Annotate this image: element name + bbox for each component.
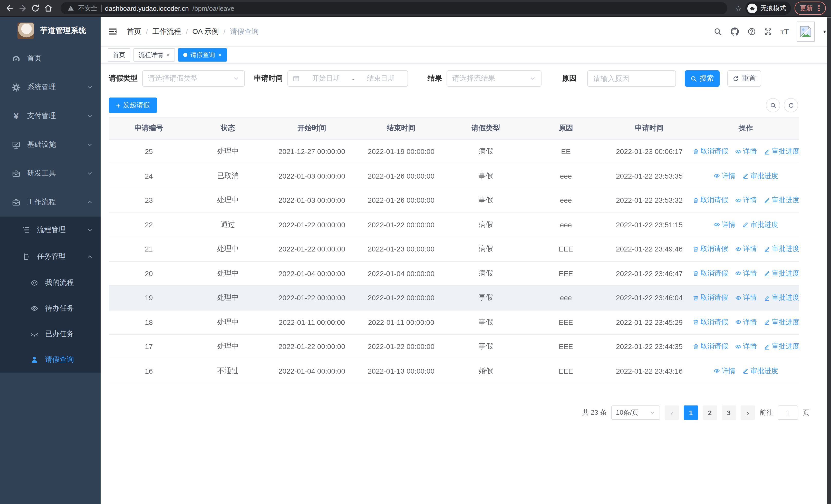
fullscreen-icon[interactable]: [764, 27, 773, 36]
reload-icon[interactable]: [31, 4, 40, 13]
app-logo-image: [18, 22, 34, 39]
progress-action-link[interactable]: 审批进度: [764, 342, 799, 351]
next-page-button[interactable]: ›: [741, 406, 755, 420]
sidebar-item-home[interactable]: 首页: [0, 44, 101, 73]
eye-icon: [735, 197, 741, 204]
trash-icon: [692, 197, 699, 204]
tab-process-detail[interactable]: 流程详情×: [134, 48, 175, 62]
cell-apply_time: 2022-01-22 23:44:35: [606, 335, 693, 358]
show-search-button[interactable]: [766, 98, 780, 112]
progress-action-link[interactable]: 审批进度: [764, 293, 799, 302]
page-button-2[interactable]: 2: [703, 406, 717, 420]
cell-end: 2022-01-22 00:00:00: [357, 335, 446, 358]
detail-action-link[interactable]: 详情: [713, 220, 736, 230]
leave-type-select[interactable]: 请选择请假类型: [142, 70, 245, 87]
progress-action-link[interactable]: 审批进度: [764, 196, 799, 205]
page-button-1[interactable]: 1: [684, 406, 698, 420]
help-icon[interactable]: [748, 27, 756, 36]
search-icon[interactable]: [714, 27, 722, 36]
collapse-sidebar-icon[interactable]: [108, 27, 118, 36]
font-size-icon[interactable]: TT: [780, 27, 789, 36]
github-icon[interactable]: [730, 27, 740, 36]
breadcrumb: 首页/工作流程/OA 示例/请假查询: [127, 27, 259, 36]
detail-action-link[interactable]: 详情: [735, 318, 757, 327]
progress-action-link[interactable]: 审批进度: [742, 366, 778, 376]
detail-action-link[interactable]: 详情: [713, 366, 736, 376]
pen-icon: [764, 246, 770, 253]
apply-time-range-picker[interactable]: 开始日期 - 结束日期: [287, 70, 408, 87]
sidebar-item-dev-tools[interactable]: 研发工具: [0, 159, 101, 188]
detail-action-link[interactable]: 详情: [735, 196, 757, 205]
progress-action-link[interactable]: 审批进度: [764, 244, 799, 254]
address-bar[interactable]: 不安全 dashboard.yudao.iocoder.cn/bpm/oa/le…: [61, 2, 727, 14]
browser-menu-icon[interactable]: [818, 4, 821, 12]
breadcrumb-item[interactable]: 首页: [127, 27, 141, 36]
cell-type: 事假: [446, 188, 526, 212]
progress-action-link[interactable]: 审批进度: [764, 269, 799, 278]
create-leave-button[interactable]: + 发起请假: [109, 97, 157, 113]
cell-apply_time: 2022-01-22 23:45:29: [606, 310, 693, 334]
prev-page-button[interactable]: ‹: [665, 406, 679, 420]
cell-id: 24: [109, 164, 189, 188]
reason-input[interactable]: [587, 70, 676, 87]
sidebar-item-label: 支付管理: [27, 111, 56, 121]
bookmark-star-icon[interactable]: ☆: [735, 4, 742, 12]
goto-page-input[interactable]: [778, 406, 798, 420]
sidebar-item-infrastructure[interactable]: 基础设施: [0, 130, 101, 159]
trash-icon: [692, 246, 699, 253]
sidebar-item-my-process[interactable]: 我的流程: [0, 270, 101, 296]
progress-action-link[interactable]: 审批进度: [764, 318, 799, 327]
cancel-action-link[interactable]: 取消请假: [692, 293, 728, 302]
cancel-action-link[interactable]: 取消请假: [692, 269, 728, 278]
progress-action-link[interactable]: 审批进度: [742, 220, 778, 230]
progress-action-link[interactable]: 审批进度: [764, 147, 799, 156]
detail-action-link[interactable]: 详情: [735, 293, 757, 302]
reset-button[interactable]: 重置: [727, 70, 761, 87]
scrollbar[interactable]: [827, 18, 831, 504]
sidebar-item-workflow[interactable]: 工作流程: [0, 188, 101, 216]
result-select[interactable]: 请选择流结果: [447, 70, 542, 87]
breadcrumb-item[interactable]: 工作流程: [152, 27, 181, 36]
page-size-select[interactable]: 10条/页: [611, 406, 660, 420]
page-size-label: 10条/页: [616, 408, 638, 417]
home-icon[interactable]: [44, 4, 53, 13]
sidebar-item-system-management[interactable]: 系统管理: [0, 73, 101, 101]
sidebar-item-task-management[interactable]: 任务管理: [0, 243, 101, 270]
cell-reason: EEE: [526, 310, 606, 334]
close-tab-icon[interactable]: ×: [166, 52, 170, 58]
refresh-icon: [787, 102, 794, 109]
tab-leave-query[interactable]: 请假查询×: [178, 48, 227, 62]
sidebar-item-process-management[interactable]: 流程管理: [0, 216, 101, 243]
cancel-action-link[interactable]: 取消请假: [692, 244, 728, 254]
action-label: 审批进度: [772, 269, 799, 278]
search-button[interactable]: 搜索: [685, 70, 720, 87]
progress-action-link[interactable]: 审批进度: [742, 171, 778, 181]
sidebar-item-payment-management[interactable]: ¥支付管理: [0, 101, 101, 130]
update-button[interactable]: 更新: [795, 2, 826, 15]
refresh-table-button[interactable]: [784, 98, 798, 112]
cancel-action-link[interactable]: 取消请假: [692, 318, 728, 327]
detail-action-link[interactable]: 详情: [735, 342, 757, 351]
detail-action-link[interactable]: 详情: [735, 244, 757, 254]
detail-action-link[interactable]: 详情: [735, 147, 757, 156]
detail-action-link[interactable]: 详情: [735, 269, 757, 278]
page-button-3[interactable]: 3: [722, 406, 736, 420]
close-tab-icon[interactable]: ×: [218, 52, 222, 58]
back-icon[interactable]: [5, 4, 15, 13]
sidebar-item-todo-tasks[interactable]: 待办任务: [0, 296, 101, 321]
detail-action-link[interactable]: 详情: [713, 171, 736, 181]
tab-home[interactable]: 首页: [108, 48, 131, 62]
user-avatar[interactable]: [797, 22, 814, 41]
forward-icon[interactable]: [18, 4, 27, 13]
sidebar-item-done-tasks[interactable]: 已办任务: [0, 321, 101, 347]
cancel-action-link[interactable]: 取消请假: [692, 147, 728, 156]
cell-actions: 取消请假详情审批进度: [693, 310, 799, 334]
cancel-action-link[interactable]: 取消请假: [692, 342, 728, 351]
pen-icon: [764, 197, 770, 204]
cell-start: 2021-12-27 00:00:00: [267, 140, 357, 164]
sidebar-item-leave-query[interactable]: 请假查询: [0, 347, 101, 373]
url-path: /bpm/oa/leave: [193, 4, 234, 12]
cancel-action-link[interactable]: 取消请假: [692, 196, 728, 205]
breadcrumb-item[interactable]: OA 示例: [193, 27, 219, 36]
user-menu-caret-icon[interactable]: ▾: [823, 29, 826, 34]
